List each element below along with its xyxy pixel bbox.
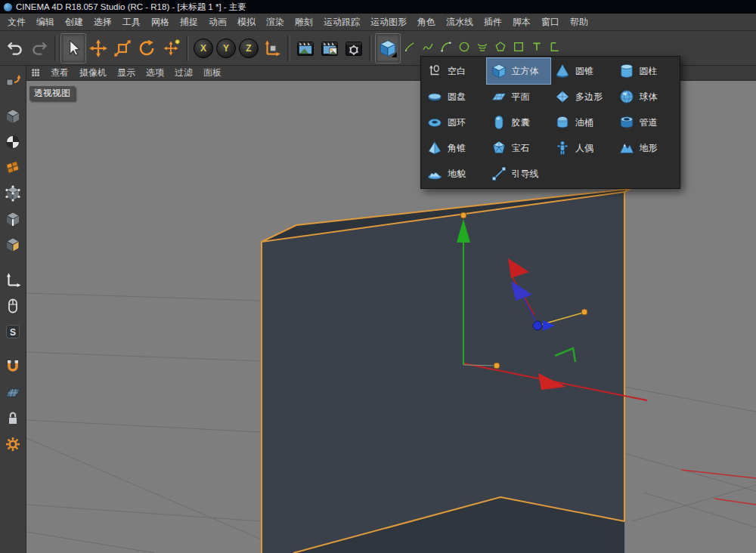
spline-pen-button[interactable]: [401, 40, 419, 54]
menubar-item-11[interactable]: 运动跟踪: [318, 14, 365, 31]
undo-icon: [5, 39, 25, 58]
menubar-item-3[interactable]: 选择: [88, 14, 117, 31]
redo-button[interactable]: [27, 34, 51, 63]
spline-ngon-button[interactable]: [491, 40, 510, 54]
live-selection-button[interactable]: [60, 33, 86, 63]
cube-object[interactable]: [262, 189, 631, 553]
gizmo-y-handle[interactable]: [460, 212, 466, 218]
primitive-item-cone[interactable]: 圆锥: [550, 58, 615, 84]
last-used-tool-button[interactable]: [159, 34, 183, 63]
menubar-item-10[interactable]: 雕刻: [290, 14, 318, 31]
menubar-item-7[interactable]: 动画: [203, 14, 232, 31]
menubar-item-17[interactable]: 窗口: [536, 14, 565, 31]
gizmo-origin-handle[interactable]: [494, 363, 500, 369]
menubar-item-18[interactable]: 帮助: [565, 14, 593, 31]
move-tool-button[interactable]: [86, 34, 110, 63]
primitive-item-pyramid[interactable]: 角锥: [423, 135, 487, 161]
snap-settings-button[interactable]: S: [2, 320, 24, 343]
render-view-button[interactable]: [293, 34, 318, 63]
cube-front-face[interactable]: [262, 192, 624, 553]
menubar-item-15[interactable]: 插件: [479, 14, 507, 31]
spline-text-button[interactable]: [528, 40, 546, 54]
svg-text:S: S: [10, 327, 16, 338]
points-mode-button[interactable]: [2, 182, 24, 205]
menubar-item-14[interactable]: 流水线: [441, 14, 479, 31]
spline-profile-button[interactable]: [546, 40, 564, 54]
primitive-item-tube[interactable]: 管道: [615, 110, 679, 135]
menubar-item-2[interactable]: 创建: [60, 14, 88, 31]
menubar-item-16[interactable]: 脚本: [507, 14, 536, 31]
workplane-button[interactable]: [2, 382, 24, 404]
coordinate-system-button[interactable]: [260, 34, 284, 63]
render-pv-icon: [320, 39, 339, 58]
primitive-item-gem[interactable]: 宝石: [487, 135, 551, 161]
workplane-tiles-icon: [4, 159, 22, 177]
menubar-item-6[interactable]: 捕捉: [175, 14, 203, 31]
primitive-item-landscape[interactable]: 地形: [615, 135, 679, 161]
primitive-label: 立方体: [512, 65, 539, 78]
modeling-settings-button[interactable]: [2, 433, 24, 456]
primitive-label: 油桶: [575, 116, 593, 129]
cylinder-icon: [618, 63, 635, 79]
primitive-item-capsule[interactable]: 胶囊: [487, 110, 551, 135]
undo-button[interactable]: [3, 34, 27, 63]
primitive-item-polygon[interactable]: 多边形: [550, 84, 615, 110]
menubar-item-4[interactable]: 工具: [117, 14, 146, 31]
viewport-menu-display[interactable]: 显示: [112, 65, 141, 81]
primitive-item-figure[interactable]: 人偶: [550, 135, 615, 161]
menubar-item-12[interactable]: 运动图形: [365, 14, 412, 31]
primitive-item-oiltank[interactable]: 油桶: [550, 110, 615, 135]
viewport-menu-options[interactable]: 选项: [141, 65, 169, 81]
primitive-item-plane[interactable]: 平面: [487, 84, 551, 110]
lock-x-axis-button[interactable]: X: [194, 39, 213, 58]
render-to-picture-viewer-button[interactable]: [318, 34, 342, 63]
viewport-menu-filter[interactable]: 过滤: [169, 65, 198, 81]
model-mode-icon: [4, 107, 22, 125]
gizmo-z-handle[interactable]: [533, 321, 542, 330]
window-title: CINEMA 4D R18.057 Studio (RC - R18) - [未…: [16, 2, 246, 13]
primitive-item-guide[interactable]: 引导线: [487, 161, 551, 187]
viewport-menu-cameras[interactable]: 摄像机: [74, 65, 112, 81]
viewport-menu-panel[interactable]: 面板: [198, 65, 227, 81]
rotate-tool-button[interactable]: [135, 34, 159, 63]
lock-z-axis-button[interactable]: Z: [239, 39, 259, 58]
polygons-mode-button[interactable]: [2, 233, 24, 256]
rotate-icon: [137, 39, 156, 58]
viewport-grid-icon[interactable]: [30, 67, 42, 79]
workplane-mode-button[interactable]: [2, 156, 24, 179]
primitive-item-disc[interactable]: 圆盘: [423, 84, 487, 110]
spline-sketch-button[interactable]: [419, 40, 437, 54]
menubar-item-0[interactable]: 文件: [2, 14, 31, 31]
primitive-item-torus[interactable]: 圆环: [423, 110, 487, 135]
render-icon: [296, 39, 315, 58]
texture-mode-button[interactable]: [2, 131, 24, 153]
menubar-item-13[interactable]: 角色: [412, 14, 441, 31]
menubar-item-5[interactable]: 网格: [146, 14, 175, 31]
spline-helix-button[interactable]: [473, 40, 491, 54]
enable-snap-button[interactable]: [2, 356, 24, 378]
edges-mode-button[interactable]: [2, 208, 24, 230]
add-primitive-cube-button[interactable]: [375, 33, 401, 63]
scale-tool-button[interactable]: [110, 34, 135, 63]
model-mode-button[interactable]: [2, 105, 24, 128]
spline-profile-icon: [549, 41, 561, 53]
primitive-item-relief[interactable]: 地貌: [423, 161, 487, 187]
lock-y-axis-button[interactable]: Y: [216, 39, 236, 58]
gizmo-bank-handle[interactable]: [581, 309, 587, 315]
enable-axis-modification-button[interactable]: [2, 269, 24, 292]
menubar-item-1[interactable]: 编辑: [31, 14, 60, 31]
primitive-item-cylinder[interactable]: 圆柱: [615, 58, 679, 84]
menubar-item-9[interactable]: 渲染: [261, 14, 290, 31]
viewport-menu-view[interactable]: 查看: [45, 65, 74, 81]
menubar-item-8[interactable]: 模拟: [232, 14, 261, 31]
viewport-navigation-button[interactable]: [2, 295, 24, 317]
make-editable-button[interactable]: [2, 70, 24, 92]
primitive-item-sphere[interactable]: 球体: [615, 84, 679, 110]
render-settings-button[interactable]: [342, 34, 366, 63]
spline-arc-button[interactable]: [437, 40, 455, 54]
spline-circle-button[interactable]: [455, 40, 473, 54]
spline-rectangle-button[interactable]: [510, 40, 528, 54]
primitive-item-cube[interactable]: 立方体: [487, 58, 551, 84]
lock-workplane-button[interactable]: [2, 407, 24, 430]
primitive-item-null[interactable]: 空白: [423, 58, 487, 84]
